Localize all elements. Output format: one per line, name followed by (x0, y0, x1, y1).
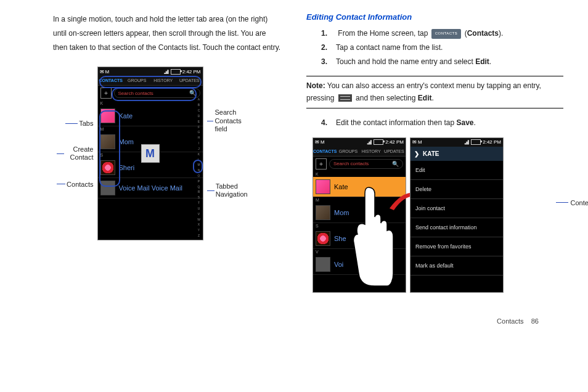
page-footer: Contacts 86 (25, 317, 563, 325)
search-highlight (112, 88, 197, 101)
label-contacts: Contacts (57, 181, 94, 188)
create-contact-button[interactable]: ＋ (100, 88, 112, 99)
search-input[interactable]: Search contacts🔍 (329, 159, 403, 169)
gmail-icon: ✉ (100, 69, 104, 75)
index-letter[interactable]: W (197, 218, 202, 221)
status-bar: ✉ M 2:42 PM (98, 67, 203, 76)
index-letter[interactable]: F (197, 126, 202, 129)
context-menu-item[interactable]: Delete (410, 180, 503, 199)
contacts-screen-tap: ✉M 2:42 PM CONTACTS GROUPS HISTORY UPDAT… (312, 137, 406, 293)
index-letter[interactable]: A (197, 98, 202, 101)
step-2: 2.Tap a contact name from the list. (321, 41, 563, 55)
index-letter[interactable]: T (197, 202, 202, 205)
tabnav-highlight (193, 160, 203, 173)
signal-icon (163, 69, 169, 74)
section-header: V (313, 249, 406, 255)
index-letter[interactable]: R (197, 190, 202, 194)
step-4: 4.Edit the contact information then tap … (321, 116, 563, 130)
list-item[interactable]: Voi (313, 255, 406, 275)
intro-paragraph: In a single motion, touch and hold the l… (25, 12, 282, 54)
index-letter[interactable]: H (197, 136, 202, 139)
index-letter[interactable]: P (197, 180, 202, 183)
list-item[interactable]: Kate (313, 177, 406, 197)
section-header: M (313, 197, 406, 203)
index-letter[interactable]: O (197, 174, 202, 178)
avatar (316, 257, 330, 272)
section-header: K (313, 171, 406, 177)
context-header: ❯ KATE (410, 147, 503, 161)
contacts-app-icon: CONTACTS (431, 29, 462, 38)
index-letter[interactable]: V (197, 213, 202, 216)
index-letter[interactable]: I (197, 142, 202, 145)
menu-icon (338, 94, 352, 102)
index-letter[interactable]: K (197, 153, 202, 156)
mail-icon: M (105, 69, 110, 75)
label-search-field: Search Contacts field (207, 108, 250, 133)
index-letter[interactable]: Q (197, 186, 202, 189)
label-context-menu: Context Menu (556, 199, 588, 206)
tab-updates[interactable]: UPDATES (383, 147, 406, 156)
index-letter[interactable]: J (197, 147, 202, 150)
clock: 2:42 PM (182, 69, 201, 75)
avatar (316, 205, 330, 220)
tab-history[interactable]: HISTORY (360, 147, 383, 156)
context-menu-item[interactable]: Mark as default (410, 256, 503, 276)
tab-groups[interactable]: GROUPS (337, 147, 359, 156)
context-menu-item[interactable]: Send contact information (410, 218, 503, 237)
battery-icon (171, 69, 181, 75)
label-tabs: Tabs (57, 120, 94, 127)
index-letter[interactable]: D (197, 115, 202, 118)
index-letter[interactable]: Y (197, 229, 202, 232)
section-title: Editing Contact Information (306, 12, 563, 22)
contacts-screen: ✉ M 2:42 PM CONTACTS GROUPS HISTORY UPDA… (97, 67, 203, 240)
left-figure: Tabs Create Contact Contacts ✉ M (25, 67, 282, 240)
chevron-right-icon: ❯ (414, 150, 419, 157)
list-item[interactable]: Mom (313, 203, 406, 223)
step-1: 1. From the Home screen, tap CONTACTS (C… (321, 27, 563, 41)
note: Note: You can also access an entry's con… (306, 76, 563, 108)
context-menu-item[interactable]: Remove from favorites (410, 237, 503, 256)
section-header: S (313, 223, 406, 229)
section-header: K (98, 100, 203, 106)
right-figure: ✉M 2:42 PM CONTACTS GROUPS HISTORY UPDAT… (312, 137, 563, 293)
context-menu-item[interactable]: Edit (410, 161, 503, 180)
context-menu-item[interactable]: Join contact (410, 199, 503, 218)
label-create-contact: Create Contact (57, 145, 94, 161)
step-3: 3.Touch and hold the name entry and sele… (321, 55, 563, 69)
index-letter[interactable]: C (197, 109, 202, 112)
avatar (316, 179, 330, 194)
letter-overlay: M (141, 144, 160, 163)
index-letter[interactable]: E (197, 120, 202, 123)
tabs-highlight (99, 76, 202, 88)
create-contact-button[interactable]: ＋ (316, 158, 327, 169)
context-menu-screen: ✉M 2:42 PM ❯ KATE EditDeleteJoin contact… (410, 137, 504, 293)
index-letter[interactable]: Z (197, 234, 202, 237)
avatar (316, 231, 330, 246)
index-letter[interactable]: U (197, 207, 202, 210)
index-letter[interactable]: X (197, 223, 202, 226)
label-tabbed-nav: Tabbed Navigation (207, 182, 250, 198)
index-letter[interactable]: B (197, 104, 202, 107)
tab-contacts[interactable]: CONTACTS (313, 147, 337, 156)
list-item[interactable]: She (313, 229, 406, 249)
index-letter[interactable]: G (197, 131, 202, 134)
contacts-highlight (99, 110, 120, 187)
index-letter[interactable]: S (197, 196, 202, 199)
